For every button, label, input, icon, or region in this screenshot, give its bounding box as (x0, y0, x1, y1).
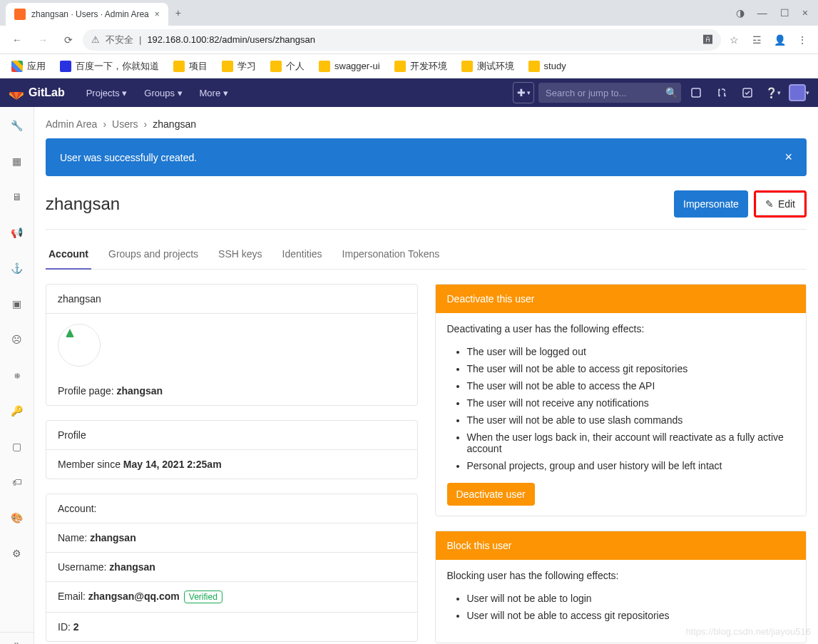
gitlab-icon (9, 85, 24, 101)
edit-button-highlight: ✎ Edit (754, 190, 807, 218)
alert-message: User was successfully created. (60, 152, 197, 163)
user-card: zhangsan Profile page: zhangsan (46, 284, 418, 406)
issues-icon[interactable] (685, 82, 707, 103)
list-item: User will not be able to access git repo… (467, 607, 795, 624)
gitlab-logo[interactable]: GitLab (9, 85, 65, 101)
close-window-icon[interactable]: × (802, 7, 808, 19)
folder-icon (173, 61, 185, 72)
merge-requests-icon[interactable] (711, 82, 732, 103)
bookmark-baidu[interactable]: 百度一下，你就知道 (54, 57, 165, 76)
alert-close-icon[interactable]: × (784, 150, 792, 165)
insecure-label: 不安全 (106, 34, 133, 46)
tab-ssh-keys[interactable]: SSH keys (215, 241, 265, 269)
bookmark-folder[interactable]: swagger-ui (313, 58, 386, 75)
tab-identities[interactable]: Identities (280, 241, 325, 269)
todos-icon[interactable] (737, 82, 758, 103)
bookmark-folder[interactable]: 个人 (265, 57, 310, 76)
user-menu[interactable]: ▾ (788, 82, 809, 103)
bookmark-folder[interactable]: 学习 (216, 57, 262, 76)
reading-list-icon[interactable]: ☲ (747, 30, 767, 50)
list-item: Personal projects, group and user histor… (467, 457, 795, 474)
sidebar-wrench-icon[interactable]: 🔧 (6, 114, 29, 137)
list-item: When the user logs back in, their accoun… (467, 429, 795, 457)
translate-icon[interactable]: 🅰 (703, 34, 712, 45)
nav-projects[interactable]: Projects ▾ (79, 83, 135, 103)
reload-button[interactable]: ⟳ (57, 29, 80, 51)
tab-account[interactable]: Account (46, 241, 91, 270)
help-icon[interactable]: ❔ ▾ (762, 82, 784, 103)
breadcrumb-admin[interactable]: Admin Area (46, 118, 97, 130)
edit-button[interactable]: ✎ Edit (756, 193, 804, 215)
baidu-icon (60, 61, 71, 72)
deactivate-user-button[interactable]: Deactivate user (447, 483, 535, 506)
browser-tab[interactable]: zhangsan · Users · Admin Area × (6, 3, 168, 26)
list-item: The user will not be able to use slash c… (467, 412, 795, 429)
insecure-icon: ⚠ (91, 34, 100, 45)
chevron-down-icon: ▾ (223, 88, 228, 98)
chevron-right-icon: › (144, 118, 148, 130)
impersonate-button[interactable]: Impersonate (674, 190, 748, 218)
breadcrumb-users[interactable]: Users (112, 118, 138, 130)
bookmark-folder[interactable]: 项目 (168, 57, 213, 76)
account-card: Account: Name: zhangsan Username: zhangs… (46, 494, 418, 642)
sidebar-labels-icon[interactable]: ▢ (6, 435, 29, 458)
deactivate-header: Deactivate this user (436, 285, 807, 313)
profile-card-header: Profile (46, 421, 417, 450)
sidebar-settings-icon[interactable]: ⚙ (6, 542, 29, 565)
bookmark-folder[interactable]: 测试环境 (456, 57, 520, 76)
page-header: zhangsan Impersonate ✎ Edit (46, 190, 807, 230)
minimize-icon[interactable]: — (757, 7, 767, 19)
block-effects-list: User will not be able to login User will… (447, 590, 795, 624)
menu-icon[interactable]: ⋮ (792, 30, 812, 50)
new-tab-button[interactable]: + (168, 1, 188, 24)
folder-icon (270, 61, 282, 72)
bookmark-bar: 应用 百度一下，你就知道 项目 学习 个人 swagger-ui 开发环境 测试… (0, 54, 818, 78)
sidebar-deploy-keys-icon[interactable]: 🔑 (6, 399, 29, 422)
gitlab-header: GitLab Projects ▾ Groups ▾ More ▾ ✚ ▾ 🔍 … (0, 78, 818, 107)
forward-button[interactable]: → (31, 29, 54, 51)
verified-badge: Verified (184, 591, 223, 603)
url-text: 192.168.0.100:82/admin/users/zhangsan (147, 34, 697, 45)
sidebar-hooks-icon[interactable]: ⚓ (6, 257, 29, 280)
profile-icon[interactable]: 👤 (770, 30, 789, 50)
bookmark-folder[interactable]: study (523, 58, 572, 75)
header-search[interactable]: 🔍 (538, 83, 681, 103)
tab-groups-projects[interactable]: Groups and projects (106, 241, 201, 269)
sidebar-expand-icon[interactable]: » (0, 632, 34, 644)
tab-close-icon[interactable]: × (155, 9, 160, 19)
search-input[interactable] (546, 88, 665, 98)
search-icon: 🔍 (665, 87, 678, 98)
sidebar-monitoring-icon[interactable]: 🖥 (6, 185, 29, 208)
profile-page-link[interactable]: zhangsan (117, 385, 163, 397)
back-button[interactable]: ← (6, 29, 29, 51)
sidebar-appearance-icon[interactable]: 🎨 (6, 506, 29, 529)
sidebar-abuse-icon[interactable]: ☹ (6, 328, 29, 351)
url-field[interactable]: ⚠ 不安全 | 192.168.0.100:82/admin/users/zha… (83, 29, 721, 51)
sidebar-messages-icon[interactable]: 📢 (6, 221, 29, 244)
maximize-icon[interactable]: ☐ (780, 7, 789, 19)
member-since-row: Member since May 14, 2021 2:25am (46, 450, 417, 479)
folder-icon (394, 61, 406, 72)
star-icon[interactable]: ☆ (724, 30, 744, 50)
deactivate-intro: Deactivating a user has the following ef… (447, 323, 795, 334)
sidebar-overview-icon[interactable]: ▦ (6, 150, 29, 173)
incognito-icon: ◑ (736, 7, 745, 19)
nav-more[interactable]: More ▾ (193, 83, 235, 103)
avatar (789, 84, 806, 101)
id-row: ID: 2 (46, 613, 417, 641)
tab-title: zhangsan · Users · Admin Area (31, 9, 149, 19)
apps-icon (11, 61, 23, 72)
new-dropdown[interactable]: ✚ ▾ (513, 82, 534, 103)
list-item: User will not be able to login (467, 590, 795, 607)
watermark: https://blog.csdn.net/jiayou516 (685, 626, 811, 637)
bookmark-folder[interactable]: 开发环境 (389, 57, 453, 76)
sidebar-labels2-icon[interactable]: 🏷 (6, 471, 29, 494)
sidebar-kubernetes-icon[interactable]: ⎈ (6, 364, 29, 387)
nav-groups[interactable]: Groups ▾ (137, 83, 189, 103)
chevron-down-icon: ▾ (777, 89, 781, 96)
apps-bookmark[interactable]: 应用 (6, 57, 51, 76)
sidebar-applications-icon[interactable]: ▣ (6, 292, 29, 315)
chevron-right-icon: › (103, 118, 106, 130)
username-row: Username: zhangsan (46, 553, 417, 582)
tab-impersonation-tokens[interactable]: Impersonation Tokens (339, 241, 443, 269)
